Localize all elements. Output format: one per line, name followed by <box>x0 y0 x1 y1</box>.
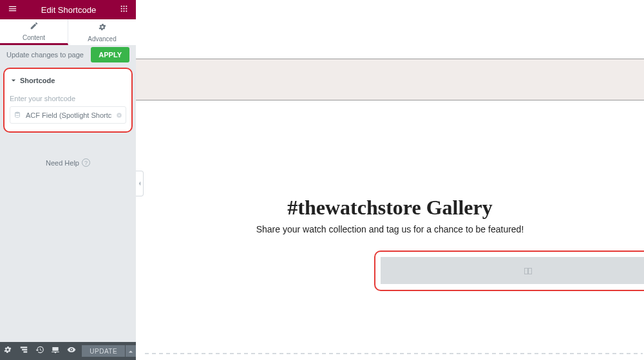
section-title: Shortcode <box>20 77 55 84</box>
history-icon <box>35 345 44 357</box>
footer-responsive-button[interactable] <box>48 342 64 360</box>
canvas-heading[interactable]: #thewatchstore Gallery <box>136 196 644 220</box>
navigator-icon <box>19 345 28 357</box>
section-toggle[interactable]: Shortcode <box>10 74 126 91</box>
gear-icon <box>98 23 107 34</box>
tab-advanced[interactable]: Advanced <box>68 19 136 45</box>
shortcode-placeholder-icon <box>524 265 532 273</box>
footer-history-button[interactable] <box>32 342 48 360</box>
help-icon: ? <box>82 158 90 167</box>
caret-up-icon <box>128 345 133 357</box>
footer-navigator-button[interactable] <box>16 342 32 360</box>
svg-point-2 <box>126 6 127 7</box>
update-bar-text: Update changes to page <box>6 51 84 59</box>
shortcode-widget-placeholder[interactable] <box>381 257 644 284</box>
tab-content-label: Content <box>23 34 45 41</box>
svg-point-4 <box>123 8 124 9</box>
svg-point-8 <box>126 10 127 12</box>
apply-button[interactable]: APPLY <box>91 47 129 62</box>
sidebar-footer: UPDATE <box>0 342 136 360</box>
svg-rect-12 <box>22 349 27 350</box>
responsive-icon <box>51 345 60 357</box>
editor-sidebar: Edit Shortcode Content Advanced Update c… <box>0 0 136 360</box>
shortcode-section: Shortcode Enter your shortcode <box>3 68 133 133</box>
pencil-icon <box>30 21 39 33</box>
footer-preview-button[interactable] <box>64 342 80 360</box>
svg-point-6 <box>121 10 122 12</box>
svg-point-0 <box>121 6 122 7</box>
svg-point-7 <box>123 10 124 12</box>
grid-icon[interactable] <box>120 4 128 15</box>
sidebar-title: Edit Shortcode <box>17 5 120 15</box>
clear-field-icon[interactable] <box>116 109 122 121</box>
chevron-left-icon <box>138 178 142 189</box>
tab-content[interactable]: Content <box>0 19 68 45</box>
footer-settings-button[interactable] <box>0 342 16 360</box>
svg-point-3 <box>121 8 122 9</box>
update-bar: Update changes to page APPLY <box>0 45 136 64</box>
svg-point-5 <box>126 8 127 9</box>
gear-icon <box>3 345 12 357</box>
shortcode-field-wrap <box>10 106 126 124</box>
collapse-sidebar-handle[interactable] <box>136 171 144 196</box>
dynamic-db-icon <box>14 109 21 121</box>
canvas-subheading[interactable]: Share your watch collection and tag us f… <box>136 224 644 234</box>
svg-rect-13 <box>23 351 27 352</box>
caret-down-icon <box>11 77 16 84</box>
tabs-bar: Content Advanced <box>0 19 136 45</box>
tab-advanced-label: Advanced <box>88 35 116 43</box>
canvas-pink-section[interactable] <box>136 59 644 100</box>
field-label: Enter your shortcode <box>10 95 126 102</box>
update-options-button[interactable] <box>126 345 136 357</box>
svg-point-9 <box>15 111 20 113</box>
canvas-area[interactable]: #thewatchstore Gallery Share your watch … <box>136 0 644 360</box>
svg-rect-11 <box>21 346 28 348</box>
help-text: Need Help <box>46 159 79 167</box>
hamburger-icon[interactable] <box>8 4 17 16</box>
help-link[interactable]: Need Help ? <box>0 158 136 167</box>
svg-point-1 <box>123 6 124 7</box>
shortcode-input[interactable] <box>10 106 126 124</box>
update-button[interactable]: UPDATE <box>82 345 125 357</box>
add-section-dropzone[interactable] <box>145 353 643 354</box>
sidebar-header: Edit Shortcode <box>0 0 136 19</box>
eye-icon <box>67 345 76 357</box>
